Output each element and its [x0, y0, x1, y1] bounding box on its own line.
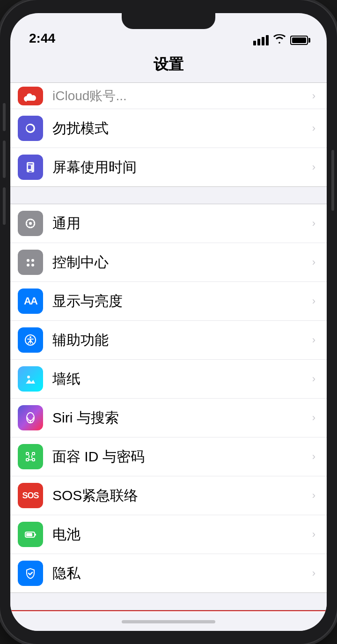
list-item[interactable]: 墙纸 ›	[10, 360, 327, 399]
section-divider-2	[10, 593, 327, 610]
signal-bar-3	[262, 37, 264, 45]
list-item[interactable]: 辅助功能 ›	[10, 321, 327, 360]
svg-point-13	[27, 376, 30, 378]
do-not-disturb-label: 勿扰模式	[52, 119, 308, 138]
svg-point-12	[29, 336, 31, 338]
svg-rect-25	[35, 534, 36, 536]
settings-group-general: 通用 › 控制中心 ›	[10, 204, 327, 593]
list-item[interactable]: iCloud账号... ›	[10, 83, 327, 109]
settings-list[interactable]: iCloud账号... › 勿扰模式 ›	[10, 82, 327, 612]
battery-fill	[292, 37, 306, 43]
siri-label: Siri 与搜索	[52, 408, 308, 428]
chevron-icon: ›	[312, 295, 315, 307]
face-id-label: 面容 ID 与密码	[52, 447, 308, 466]
signal-icon	[253, 35, 269, 45]
chevron-icon: ›	[312, 373, 315, 385]
list-item[interactable]: 隐私 ›	[10, 554, 327, 592]
status-icons	[253, 34, 308, 46]
siri-icon	[18, 405, 43, 430]
chevron-icon: ›	[312, 334, 315, 346]
sos-icon: SOS	[18, 483, 43, 508]
icloud-label: iCloud账号...	[52, 87, 308, 105]
svg-rect-8	[31, 259, 34, 262]
privacy-icon	[18, 561, 43, 586]
accessibility-icon	[18, 327, 43, 353]
svg-rect-1	[28, 163, 33, 164]
list-item[interactable]: SOS SOS紧急联络 ›	[10, 476, 327, 515]
settings-group-store: iTunes Store与 App Store › 钱包与 Apple Pay …	[10, 610, 327, 612]
display-label: 显示与亮度	[52, 292, 308, 311]
volume-up-button[interactable]	[3, 103, 6, 131]
accessibility-label: 辅助功能	[52, 331, 308, 350]
wallpaper-icon	[18, 366, 43, 392]
signal-bar-2	[257, 39, 260, 45]
privacy-label: 隐私	[52, 564, 308, 583]
list-item[interactable]: 勿扰模式 ›	[10, 109, 327, 148]
chevron-icon: ›	[312, 90, 315, 102]
chevron-icon: ›	[312, 412, 315, 424]
svg-rect-7	[27, 259, 29, 262]
list-item[interactable]: 电池 ›	[10, 515, 327, 554]
face-id-icon	[18, 444, 43, 469]
control-center-label: 控制中心	[52, 253, 308, 272]
settings-group-top: iCloud账号... › 勿扰模式 ›	[10, 82, 327, 187]
chevron-icon: ›	[312, 489, 315, 502]
signal-bar-4	[266, 35, 269, 45]
battery-setting-icon	[18, 522, 43, 547]
svg-rect-2	[28, 165, 31, 169]
list-item[interactable]: 屏幕使用时间 ›	[10, 148, 327, 186]
control-center-icon	[18, 250, 43, 275]
svg-rect-10	[31, 264, 34, 266]
svg-rect-24	[26, 533, 32, 536]
list-item[interactable]: iTunes Store与 App Store ›	[10, 610, 327, 612]
chevron-icon: ›	[312, 122, 315, 134]
home-indicator[interactable]	[10, 612, 327, 631]
page-title: 设置	[10, 51, 327, 82]
phone-frame: 2:44	[0, 0, 337, 644]
screen-time-label: 屏幕使用时间	[52, 158, 308, 177]
svg-rect-18	[32, 452, 35, 455]
icloud-icon	[18, 87, 43, 105]
silent-switch[interactable]	[3, 187, 6, 225]
chevron-icon: ›	[312, 217, 315, 229]
chevron-icon: ›	[312, 567, 315, 579]
display-icon: AA	[18, 289, 43, 314]
list-item[interactable]: 面容 ID 与密码 ›	[10, 437, 327, 476]
notch	[122, 13, 215, 29]
volume-down-button[interactable]	[3, 141, 6, 178]
svg-rect-9	[27, 264, 29, 266]
list-item[interactable]: Siri 与搜索 ›	[10, 399, 327, 437]
chevron-icon: ›	[312, 528, 315, 540]
general-icon	[18, 211, 43, 236]
section-divider	[10, 187, 327, 204]
wallpaper-label: 墙纸	[52, 370, 308, 389]
chevron-icon: ›	[312, 256, 315, 268]
list-item[interactable]: 通用 ›	[10, 204, 327, 243]
chevron-icon: ›	[312, 451, 315, 463]
list-item[interactable]: AA 显示与亮度 ›	[10, 282, 327, 321]
chevron-icon: ›	[312, 161, 315, 173]
wifi-icon	[273, 34, 286, 46]
signal-bar-1	[253, 41, 256, 45]
power-button[interactable]	[331, 150, 334, 211]
svg-rect-3	[29, 171, 32, 172]
screen-time-icon	[18, 155, 43, 180]
battery-icon	[290, 36, 308, 45]
svg-rect-17	[26, 452, 29, 455]
do-not-disturb-icon	[18, 116, 43, 141]
svg-point-6	[29, 222, 32, 225]
phone-screen: 2:44	[10, 13, 327, 631]
general-label: 通用	[52, 214, 308, 233]
sos-label: SOS紧急联络	[52, 486, 308, 505]
battery-label: 电池	[52, 525, 308, 544]
status-time: 2:44	[29, 31, 55, 46]
home-bar	[122, 620, 215, 623]
list-item[interactable]: 控制中心 ›	[10, 243, 327, 282]
